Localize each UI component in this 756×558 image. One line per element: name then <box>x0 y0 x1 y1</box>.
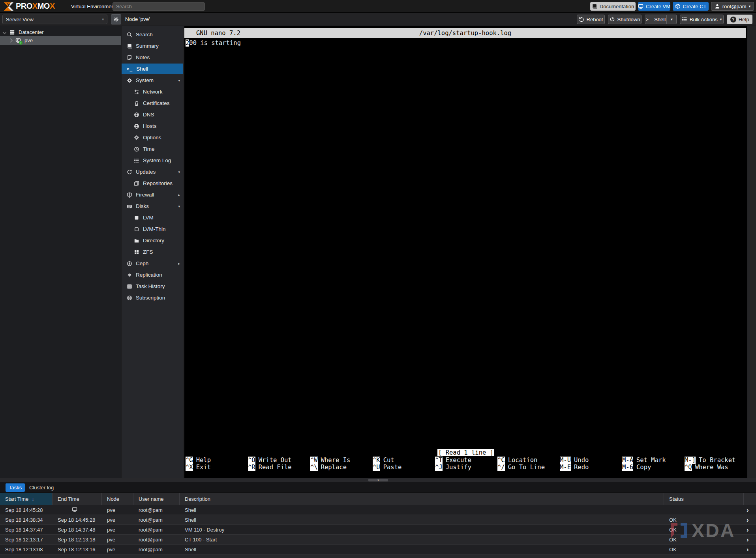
console-session-icon <box>72 507 77 512</box>
sidebar-item-firewall[interactable]: Firewall▸ <box>122 189 183 200</box>
sidebar-item-replication[interactable]: Replication <box>122 270 183 280</box>
sidebar-item-search[interactable]: Search <box>122 29 183 40</box>
cell-status: OK <box>664 527 744 533</box>
search-icon <box>127 32 132 37</box>
documentation-button[interactable]: Documentation <box>590 2 636 11</box>
panel-splitter[interactable]: ▾ <box>0 478 756 482</box>
sidebar-item-task-history[interactable]: Task History <box>122 281 183 292</box>
shell-terminal[interactable]: GNU nano 7.2 /var/log/startup-hook.log 2… <box>184 26 747 478</box>
cell-user-name: root@pam <box>133 527 180 533</box>
sidebar-item-disks[interactable]: Disks▾ <box>122 201 183 212</box>
cell-user-name: root@pam <box>133 507 180 513</box>
cell-user-name: root@pam <box>133 517 180 523</box>
column-header-description[interactable]: Description <box>180 493 664 505</box>
create-vm-button[interactable]: Create VM <box>638 2 670 11</box>
nano-status-message: [ Read 1 line ] <box>437 449 494 456</box>
sidebar-item-lvm[interactable]: LVM <box>122 212 183 223</box>
cell-start-time: Sep 18 14:37:47 <box>0 527 53 533</box>
cell-status: OK <box>664 537 744 543</box>
nano-shortcut-cut: ^KCut <box>373 457 435 464</box>
column-header-start-time[interactable]: Start Time↓ <box>0 493 53 505</box>
sidebar-item-repositories[interactable]: Repositories <box>122 178 183 189</box>
row-expand-chevron-icon[interactable]: › <box>744 505 756 515</box>
chevron-down-icon: ▾ <box>178 79 180 82</box>
proxmox-app: PROXMOX Virtual Environment 8.4.13 Docum… <box>0 0 756 558</box>
terminal-cursor: 2 <box>186 39 189 47</box>
sort-desc-icon: ↓ <box>32 496 34 502</box>
sidebar-item-ceph[interactable]: Ceph▸ <box>122 258 183 269</box>
nano-shortcut-undo: M-UUndo <box>560 457 622 464</box>
reboot-button[interactable]: Reboot <box>577 15 605 24</box>
sidebar-item-system-log[interactable]: System Log <box>122 155 183 166</box>
sidebar-item-shell[interactable]: >_Shell <box>122 64 183 74</box>
task-row[interactable]: Sep 18 14:38:34Sep 18 14:45:28pveroot@pa… <box>0 515 756 525</box>
nano-shortcut-justify: ^JJustify <box>435 464 497 471</box>
reboot-icon <box>579 17 584 22</box>
column-header-end-time[interactable]: End Time <box>53 493 102 505</box>
chevron-down-icon: ▾ <box>671 17 673 21</box>
sidebar-item-directory[interactable]: Directory <box>122 235 183 246</box>
task-row[interactable]: Sep 18 12:13:17Sep 18 12:13:18pveroot@pa… <box>0 535 756 545</box>
sidebar-item-options[interactable]: Options <box>122 132 183 143</box>
sidebar-item-hosts[interactable]: Hosts <box>122 121 183 131</box>
row-expand-chevron-icon[interactable]: › <box>744 545 756 554</box>
view-settings-button[interactable] <box>111 14 121 24</box>
task-row[interactable]: Sep 18 14:37:47Sep 18 14:37:48pveroot@pa… <box>0 525 756 535</box>
cube-icon <box>675 4 681 9</box>
task-table-footer <box>0 554 756 558</box>
nano-shortcut-location: ^CLocation <box>497 457 560 464</box>
book-icon <box>592 4 597 9</box>
sidebar-item-certificates[interactable]: Certificates <box>122 98 183 109</box>
help-button[interactable]: ? Help <box>727 15 752 24</box>
task-row[interactable]: Sep 18 12:13:08Sep 18 12:13:16pveroot@pa… <box>0 545 756 554</box>
bulk-actions-button[interactable]: Bulk Actions ▾ <box>680 15 724 24</box>
power-icon <box>610 17 615 22</box>
column-header-node[interactable]: Node <box>102 493 133 505</box>
nano-shortcut-write-out: ^OWrite Out <box>248 457 310 464</box>
user-menu-button[interactable]: root@pam ▾ <box>711 2 754 11</box>
resource-tree: Datacenter ✓ pve <box>0 26 121 478</box>
view-selector-combo[interactable]: Server View ▾ <box>2 15 107 24</box>
row-expand-chevron-icon[interactable]: › <box>744 515 756 525</box>
create-ct-button[interactable]: Create CT <box>673 2 709 11</box>
tree-item-pve[interactable]: ✓ pve <box>0 36 121 45</box>
sidebar-item-summary[interactable]: Summary <box>122 41 183 51</box>
cell-description: Shell <box>180 547 664 552</box>
column-header-status[interactable]: Status <box>664 493 744 505</box>
tab-tasks[interactable]: Tasks <box>6 483 25 492</box>
nano-shortcut-where-is: ^WWhere Is <box>310 457 373 464</box>
sidebar-item-network[interactable]: Network <box>122 86 183 97</box>
globe-icon <box>134 124 139 129</box>
tree-item-datacenter[interactable]: Datacenter <box>0 28 121 37</box>
tab-cluster-log[interactable]: Cluster log <box>26 483 57 492</box>
chevron-down-icon: ▾ <box>720 17 722 21</box>
nano-shortcut-exit: ^XExit <box>186 464 248 471</box>
top-bar: PROXMOX Virtual Environment 8.4.13 Docum… <box>0 0 756 13</box>
sidebar-item-lvm-thin[interactable]: LVM-Thin <box>122 224 183 234</box>
gear-icon <box>134 135 139 140</box>
column-header-user-name[interactable]: User name <box>133 493 180 505</box>
global-search-input[interactable] <box>113 2 205 11</box>
cell-end-time: Sep 18 12:13:18 <box>53 537 102 543</box>
sidebar-item-notes[interactable]: Notes <box>122 52 183 63</box>
nano-filename: /var/log/startup-hook.log <box>419 30 511 37</box>
task-row[interactable]: Sep 18 14:45:28pveroot@pamShell› <box>0 505 756 515</box>
sidebar-item-system[interactable]: System▾ <box>122 75 183 86</box>
nano-shortcut-redo: M-ERedo <box>560 464 622 471</box>
sidebar-item-subscription[interactable]: Subscription <box>122 292 183 303</box>
cell-status: OK <box>664 547 744 552</box>
cell-end-time: Sep 18 14:45:28 <box>53 517 102 523</box>
splitter-collapse-handle[interactable]: ▾ <box>368 479 388 481</box>
sidebar-item-zfs[interactable]: ZFS <box>122 247 183 257</box>
list-alt-icon <box>127 284 132 289</box>
shell-button[interactable]: >_ Shell <box>645 15 667 24</box>
shell-dropdown-button[interactable]: ▾ <box>667 15 677 24</box>
row-expand-chevron-icon[interactable]: › <box>744 525 756 535</box>
cell-start-time: Sep 18 14:45:28 <box>0 507 53 513</box>
shutdown-button[interactable]: Shutdown <box>608 15 642 24</box>
sidebar-item-time[interactable]: Time <box>122 144 183 154</box>
cell-start-time: Sep 18 14:38:34 <box>0 517 53 523</box>
sidebar-item-updates[interactable]: Updates▾ <box>122 167 183 177</box>
row-expand-chevron-icon[interactable]: › <box>744 535 756 545</box>
sidebar-item-dns[interactable]: DNS <box>122 109 183 120</box>
